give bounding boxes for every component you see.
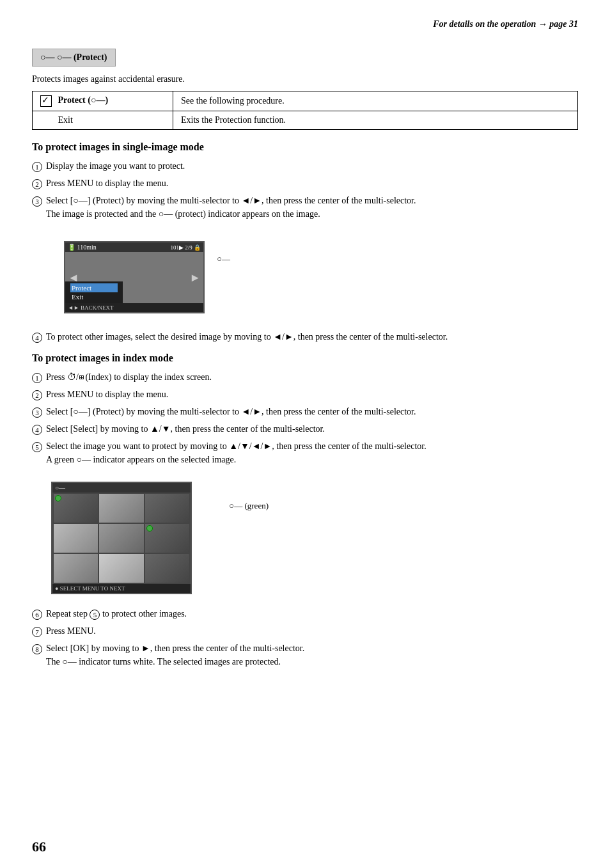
index-screen-wrapper: ○— — [51, 482, 192, 594]
step4-text: To protect other images, select the desi… — [46, 332, 448, 342]
desc2-text: Exits the Protection function. — [181, 115, 286, 125]
cam-main-area: ◄ ► Protect Exit — [65, 252, 203, 303]
list-item: 6 Repeat step 5 to protect other images. — [32, 607, 578, 620]
index-cell — [145, 554, 189, 583]
single-mode-steps: 1 Display the image you want to protect.… — [32, 159, 578, 221]
idx-step3-text: Select [○—] (Protect) by moving the mult… — [46, 407, 416, 416]
idx-step-num-4: 4 — [32, 422, 42, 436]
protect-indicator-index: ○— (green) — [229, 501, 269, 511]
list-item: 5 Select the image you want to protect b… — [32, 439, 578, 466]
idx-step8-note: The ○— indicator turns white. The select… — [46, 657, 281, 667]
section-description: Protects images against accidental erasu… — [32, 74, 578, 84]
index-mode-steps: 1 Press ⏱/⊞ (Index) to display the index… — [32, 370, 578, 466]
index-protect-sym: ○— — [55, 484, 65, 491]
index-cell — [99, 524, 143, 553]
idx-step5-note: A green ○— indicator appears on the sele… — [46, 455, 236, 464]
idx-step-num-1: 1 — [32, 370, 42, 384]
cell-face — [99, 494, 143, 523]
index-screen: ○— — [51, 482, 192, 594]
step-num-2: 2 — [32, 177, 42, 190]
index-cell — [54, 554, 98, 583]
option2-label: Exit — [58, 115, 73, 125]
cam-menu-exit: Exit — [70, 292, 118, 301]
index-mode-section: To protect images in index mode 1 Press … — [32, 352, 578, 668]
index-cell — [54, 494, 98, 523]
table-cell-option2: Exit — [33, 111, 173, 130]
camera-screen-wrapper: 🔋 110min 101▶ 2/9 🔒 ◄ ► Protect Exit ◄► … — [51, 235, 205, 320]
idx-step-num-5: 5 — [32, 439, 42, 453]
idx-step-num-7: 7 — [32, 624, 42, 638]
cell-face — [145, 524, 189, 553]
cell-face — [99, 524, 143, 553]
step3-note: The image is protected and the ○— (prote… — [46, 209, 320, 219]
list-item: 4 Select [Select] by moving to ▲/▼, then… — [32, 422, 578, 436]
table-cell-desc2: Exits the Protection function. — [173, 111, 578, 130]
index-cell — [145, 494, 189, 523]
step2-text: Press MENU to display the menu. — [46, 178, 168, 188]
index-top-bar: ○— — [52, 483, 191, 493]
single-mode-step4: 4 To protect other images, select the de… — [32, 330, 578, 343]
list-item: 1 Display the image you want to protect. — [32, 159, 578, 173]
header-text: For details on the operation → page 31 — [433, 19, 578, 29]
table-cell-option1: Protect (○—) — [33, 91, 173, 111]
idx-step6-text: Repeat step 5 to protect other images. — [46, 609, 187, 619]
cell-face — [145, 494, 189, 523]
table-row: Exit Exits the Protection function. — [33, 111, 578, 130]
cam-bottom-bar: ◄► BACK/NEXT — [65, 303, 203, 312]
check-icon — [40, 95, 52, 107]
table-row: Protect (○—) See the following procedure… — [33, 91, 578, 111]
menu-table: Protect (○—) See the following procedure… — [32, 91, 578, 130]
idx-step2-text: Press MENU to display the menu. — [46, 390, 168, 399]
step3-text: Select [○—] (Protect) by moving the mult… — [46, 196, 416, 205]
index-mode-title: To protect images in index mode — [32, 352, 578, 364]
step1-text: Display the image you want to protect. — [46, 161, 185, 171]
camera-screen: 🔋 110min 101▶ 2/9 🔒 ◄ ► Protect Exit ◄► … — [64, 241, 205, 313]
idx-step7-text: Press MENU. — [46, 626, 96, 636]
cam-menu-protect: Protect — [70, 283, 118, 292]
idx-step5-text: Select the image you want to protect by … — [46, 441, 426, 451]
index-mode-steps-continued: 6 Repeat step 5 to protect other images.… — [32, 607, 578, 668]
idx-step1-text: Press ⏱/⊞ (Index) to display the index s… — [46, 372, 212, 382]
option1-label: Protect (○—) — [58, 95, 109, 105]
index-cell — [99, 494, 143, 523]
list-item: 1 Press ⏱/⊞ (Index) to display the index… — [32, 370, 578, 384]
step-num-1: 1 — [32, 159, 42, 173]
list-item: 2 Press MENU to display the menu. — [32, 177, 578, 190]
index-bottom-bar: ● SELECT MENU TO NEXT — [52, 584, 191, 593]
cell-face — [54, 524, 98, 553]
cell-face — [54, 494, 98, 523]
single-mode-section: To protect images in single-image mode 1… — [32, 141, 578, 343]
idx-step-num-6: 6 — [32, 607, 42, 620]
cam-right-arrow: ► — [187, 271, 203, 285]
cam-protect-menu: Protect Exit — [65, 281, 123, 303]
protect-indicator-single: ○— — [217, 254, 230, 264]
cell-face — [54, 554, 98, 583]
cam-counter: 101▶ 2/9 🔒 — [170, 244, 201, 251]
index-cell — [99, 554, 143, 583]
desc1-text: See the following procedure. — [181, 96, 285, 106]
index-cell — [54, 524, 98, 553]
cell-face — [99, 554, 143, 583]
section-title-label: ○— (Protect) — [57, 52, 107, 62]
cam-top-bar: 🔋 110min 101▶ 2/9 🔒 — [65, 242, 203, 252]
cam-battery-icon: 🔋 110min — [68, 244, 97, 251]
page-number: 66 — [32, 839, 46, 855]
list-item: 8 Select [OK] by moving to ►, then press… — [32, 642, 578, 668]
section-title-box: ○— ○— (Protect) — [32, 49, 116, 67]
list-item: 3 Select [○—] (Protect) by moving the mu… — [32, 405, 578, 418]
page-header: For details on the operation → page 31 — [32, 19, 578, 29]
idx-step8-text: Select [OK] by moving to ►, then press t… — [46, 643, 304, 653]
idx-step-num-2: 2 — [32, 388, 42, 401]
list-item: 3 Select [○—] (Protect) by moving the mu… — [32, 194, 578, 221]
step-num-3: 3 — [32, 194, 42, 207]
protect-symbol-title: ○— — [40, 52, 57, 62]
index-cell — [145, 524, 189, 553]
table-cell-desc1: See the following procedure. — [173, 91, 578, 111]
index-grid — [52, 493, 191, 584]
list-item: 4 To protect other images, select the de… — [32, 330, 578, 343]
cell-face — [145, 554, 189, 583]
single-mode-title: To protect images in single-image mode — [32, 141, 578, 153]
idx-step-num-8: 8 — [32, 642, 42, 655]
idx-step-num-3: 3 — [32, 405, 42, 418]
step-num-4: 4 — [32, 330, 42, 343]
